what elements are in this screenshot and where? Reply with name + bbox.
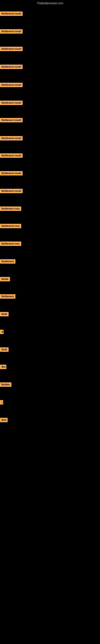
- bottleneck-item-4: Bottleneck result: [0, 64, 23, 70]
- bottleneck-item-20: Bottl: [0, 347, 9, 352]
- bottleneck-item-12: Bottleneck resu: [0, 206, 21, 212]
- bottleneck-item-8: Bottleneck result: [0, 136, 23, 141]
- bottleneck-badge-21: Bot: [0, 365, 6, 369]
- bottleneck-item-19: B: [0, 330, 3, 335]
- bottleneck-badge-9: Bottleneck result: [0, 153, 23, 158]
- bottleneck-item-24: Bott: [0, 418, 8, 423]
- bottleneck-item-23: |: [0, 400, 3, 405]
- bottleneck-badge-20: Bottl: [0, 347, 9, 352]
- bottleneck-item-16: Bottle: [0, 277, 10, 282]
- bottleneck-badge-5: Bottleneck result: [0, 83, 23, 87]
- bottleneck-item-15: Bottleneck: [0, 259, 15, 264]
- bottleneck-badge-22: Bottlen: [0, 382, 11, 387]
- bottleneck-badge-4: Bottleneck result: [0, 64, 23, 69]
- bottleneck-item-11: Bottleneck result: [0, 189, 23, 194]
- bottleneck-badge-19: B: [0, 330, 3, 334]
- bottleneck-item-5: Bottleneck result: [0, 83, 23, 88]
- bottleneck-badge-17: Bottleneck: [0, 294, 15, 299]
- bottleneck-item-14: Bottleneck resu: [0, 242, 21, 247]
- bottleneck-badge-7: Bottleneck result: [0, 118, 23, 122]
- bottleneck-item-18: Bottl: [0, 312, 9, 317]
- bottleneck-badge-10: Bottleneck result: [0, 171, 23, 176]
- bottleneck-badge-16: Bottle: [0, 277, 10, 281]
- bottleneck-item-9: Bottleneck result: [0, 153, 23, 158]
- bottleneck-badge-6: Bottleneck result: [0, 100, 23, 105]
- bottleneck-item-6: Bottleneck result: [0, 100, 23, 106]
- bottleneck-badge-15: Bottleneck: [0, 259, 15, 264]
- bottleneck-badge-11: Bottleneck result: [0, 189, 23, 193]
- bottleneck-item-13: Bottleneck resu: [0, 224, 21, 229]
- bottleneck-item-7: Bottleneck result: [0, 118, 23, 123]
- bottleneck-badge-1: Bottleneck result: [0, 12, 23, 16]
- site-title: TheBottlenecker.com: [0, 0, 100, 6]
- bottleneck-item-17: Bottleneck: [0, 294, 15, 300]
- bottleneck-badge-3: Bottleneck result: [0, 47, 23, 51]
- bottleneck-badge-24: Bott: [0, 418, 8, 422]
- bottleneck-badge-23: |: [0, 400, 3, 404]
- bottleneck-item-2: Bottleneck result: [0, 29, 23, 34]
- bottleneck-item-3: Bottleneck result: [0, 47, 23, 52]
- bottleneck-badge-12: Bottleneck resu: [0, 206, 21, 211]
- bottleneck-badge-8: Bottleneck result: [0, 136, 23, 140]
- bottleneck-item-1: Bottleneck result: [0, 12, 23, 17]
- bottleneck-badge-14: Bottleneck resu: [0, 242, 21, 246]
- bottleneck-item-22: Bottlen: [0, 382, 11, 388]
- bottleneck-item-21: Bot: [0, 365, 6, 370]
- bottleneck-item-10: Bottleneck result: [0, 171, 23, 176]
- bottleneck-badge-13: Bottleneck resu: [0, 224, 21, 228]
- bottleneck-badge-2: Bottleneck result: [0, 29, 23, 34]
- bottleneck-badge-18: Bottl: [0, 312, 9, 316]
